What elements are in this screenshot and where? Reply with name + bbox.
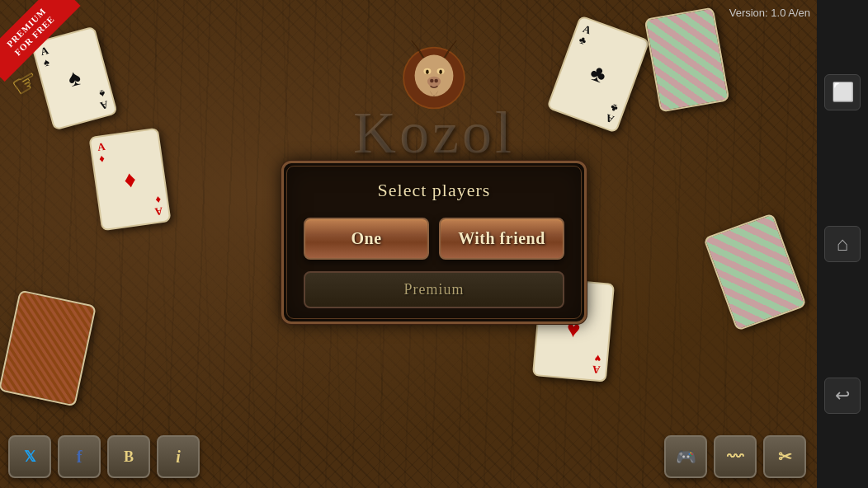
svg-point-6 — [439, 70, 442, 74]
blog-button[interactable]: B — [107, 435, 150, 478]
card-diamond-left: A♦ ♦ A♦ — [88, 128, 171, 232]
bottom-left-toolbar: 𝕏 f B i — [8, 435, 200, 478]
home-button[interactable]: ⌂ — [824, 226, 861, 262]
card-corner-bottom: A♠ — [96, 87, 109, 112]
gamepad-icon: 🎮 — [676, 447, 696, 467]
with-friend-button[interactable]: With friend — [439, 218, 564, 260]
card-corner-bottom: A♦ — [152, 194, 163, 218]
window-icon: ⬜ — [832, 82, 854, 103]
waves-button[interactable]: 〰 — [714, 435, 757, 478]
card-corner: A♣ — [578, 23, 593, 48]
select-players-modal: Select players One With friend Premium — [281, 161, 587, 324]
facebook-button[interactable]: f — [58, 435, 101, 478]
svg-point-7 — [427, 77, 441, 87]
right-sidebar: ⬜ ⌂ ↩ — [817, 0, 868, 488]
premium-button[interactable]: Premium — [304, 271, 564, 308]
modal-buttons: One With friend — [304, 218, 564, 260]
card-center-symbol: ♣ — [587, 59, 610, 89]
info-icon: i — [176, 448, 181, 467]
blog-icon: B — [124, 448, 134, 466]
modal-title: Select players — [304, 180, 564, 201]
twitter-icon: 𝕏 — [24, 448, 36, 466]
tools-icon: ✂ — [778, 447, 792, 467]
card-corner-bottom: A♣ — [604, 101, 620, 125]
svg-point-8 — [430, 79, 434, 83]
premium-banner-text: PREMIUMFOR FREE — [0, 0, 80, 82]
gamepad-button[interactable]: 🎮 — [664, 435, 707, 478]
twitter-button[interactable]: 𝕏 — [8, 435, 51, 478]
bottom-right-toolbar: 🎮 〰 ✂ — [664, 435, 806, 478]
version-label: Version: 1.0 A/en — [729, 7, 810, 19]
back-icon: ↩ — [835, 385, 850, 406]
card-corner-bottom: A♥ — [592, 352, 601, 376]
tools-button[interactable]: ✂ — [763, 435, 806, 478]
svg-point-9 — [434, 79, 438, 83]
card-corner: A♦ — [97, 141, 107, 166]
svg-point-2 — [415, 55, 454, 96]
one-player-button[interactable]: One — [304, 218, 429, 260]
back-button[interactable]: ↩ — [824, 378, 861, 414]
home-icon: ⌂ — [837, 233, 848, 256]
svg-point-5 — [426, 70, 429, 74]
premium-banner[interactable]: PREMIUMFOR FREE — [0, 0, 91, 91]
card-center-symbol: ♦ — [122, 166, 138, 194]
waves-icon: 〰 — [727, 448, 743, 467]
info-button[interactable]: i — [157, 435, 200, 478]
facebook-icon: f — [77, 448, 83, 467]
window-button[interactable]: ⬜ — [824, 74, 861, 110]
goat-logo — [384, 25, 484, 124]
